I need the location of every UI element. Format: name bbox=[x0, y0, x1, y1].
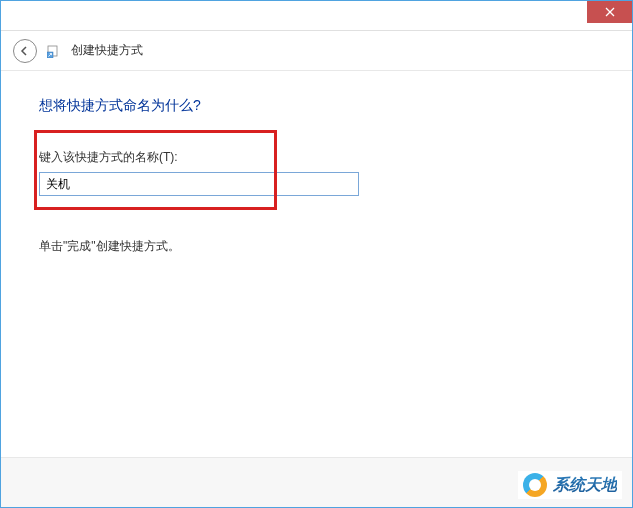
watermark-text: 系统天地 bbox=[553, 475, 617, 496]
titlebar bbox=[1, 1, 632, 31]
wizard-question: 想将快捷方式命名为什么? bbox=[39, 97, 594, 115]
shortcut-name-input[interactable] bbox=[39, 172, 359, 196]
hint-text: 单击"完成"创建快捷方式。 bbox=[39, 238, 594, 255]
watermark-globe-icon bbox=[523, 473, 547, 497]
shortcut-icon bbox=[47, 44, 61, 58]
arrow-left-icon bbox=[19, 45, 31, 57]
close-icon bbox=[605, 7, 615, 17]
header: 创建快捷方式 bbox=[1, 31, 632, 71]
content-area: 想将快捷方式命名为什么? 键入该快捷方式的名称(T): 单击"完成"创建快捷方式… bbox=[1, 71, 632, 281]
wizard-window: 创建快捷方式 想将快捷方式命名为什么? 键入该快捷方式的名称(T): 单击"完成… bbox=[0, 0, 633, 508]
input-section: 键入该快捷方式的名称(T): bbox=[39, 149, 594, 196]
back-button[interactable] bbox=[13, 39, 37, 63]
header-title: 创建快捷方式 bbox=[71, 42, 143, 59]
input-label: 键入该快捷方式的名称(T): bbox=[39, 149, 594, 166]
close-button[interactable] bbox=[587, 1, 632, 23]
watermark: 系统天地 bbox=[518, 471, 622, 499]
